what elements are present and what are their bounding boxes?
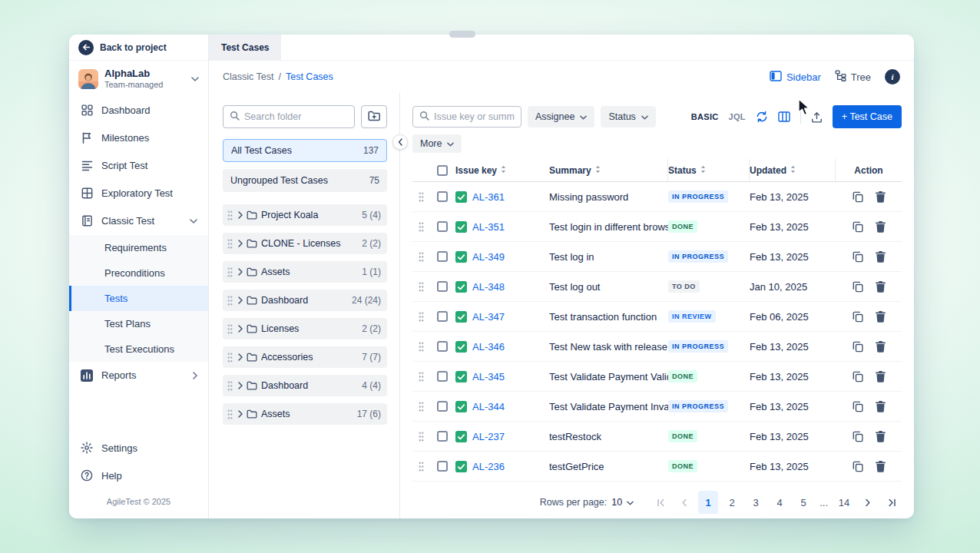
sidebar-item-dashboard[interactable]: Dashboard <box>69 97 208 124</box>
row-checkbox[interactable] <box>437 461 448 472</box>
delete-icon[interactable] <box>876 191 886 203</box>
chevron-right-icon[interactable] <box>238 353 243 361</box>
drag-handle-icon[interactable] <box>417 342 425 352</box>
collapse-panel-button[interactable] <box>392 134 408 150</box>
basic-mode-toggle[interactable]: BASIC <box>691 112 719 121</box>
folder-search-input[interactable] <box>244 111 348 122</box>
columns-button[interactable] <box>778 111 790 122</box>
row-checkbox[interactable] <box>437 281 448 292</box>
folder-row-accessories[interactable]: Accessories7 (7) <box>223 346 387 368</box>
header-status[interactable]: Status <box>668 159 750 181</box>
row-checkbox[interactable] <box>437 431 448 442</box>
tree-view-button[interactable]: Tree <box>835 70 871 84</box>
sidebar-item-milestones[interactable]: Milestones <box>69 124 208 152</box>
drag-handle-icon[interactable] <box>417 402 425 412</box>
row-checkbox[interactable] <box>437 221 448 232</box>
drag-handle-icon[interactable] <box>226 409 234 419</box>
folder-row-dashboard[interactable]: Dashboard4 (4) <box>223 375 387 396</box>
page-button-14[interactable]: 14 <box>834 491 854 514</box>
copy-icon[interactable] <box>853 401 863 412</box>
back-to-project-button[interactable]: Back to project <box>69 35 208 61</box>
copy-icon[interactable] <box>853 281 863 293</box>
status-filter-button[interactable]: Status <box>601 106 655 127</box>
folder-row-assets[interactable]: Assets17 (6) <box>223 403 387 425</box>
drag-handle-icon[interactable] <box>226 381 234 391</box>
copy-icon[interactable] <box>853 341 863 353</box>
prev-page-button[interactable] <box>674 491 694 514</box>
refresh-button[interactable] <box>756 111 768 123</box>
copy-icon[interactable] <box>853 191 863 203</box>
issue-key-link[interactable]: AL-236 <box>472 461 505 472</box>
issue-key-link[interactable]: AL-347 <box>472 311 505 323</box>
folder-row-licenses[interactable]: Licenses2 (2) <box>223 318 387 339</box>
delete-icon[interactable] <box>876 311 886 323</box>
delete-icon[interactable] <box>876 341 886 353</box>
all-test-cases-item[interactable]: All Test Cases 137 <box>223 139 387 162</box>
page-button-1[interactable]: 1 <box>698 491 718 514</box>
drag-handle-icon[interactable] <box>417 462 425 472</box>
first-page-button[interactable] <box>651 491 670 514</box>
sidebar-item-requirements[interactable]: Requirements <box>69 235 208 260</box>
drag-handle-icon[interactable] <box>226 324 234 334</box>
next-page-button[interactable] <box>858 491 878 514</box>
row-checkbox[interactable] <box>437 311 448 322</box>
sidebar-item-script-test[interactable]: Script Test <box>69 152 208 180</box>
jql-mode-toggle[interactable]: JQL <box>729 112 746 121</box>
row-checkbox[interactable] <box>437 251 448 262</box>
chevron-right-icon[interactable] <box>238 410 243 418</box>
page-button-4[interactable]: 4 <box>770 491 790 514</box>
chevron-right-icon[interactable] <box>238 240 243 247</box>
assignee-filter-button[interactable]: Assignee <box>528 106 594 127</box>
header-issue-key[interactable]: Issue key <box>455 159 549 181</box>
drag-handle-icon[interactable] <box>417 252 425 262</box>
issue-key-link[interactable]: AL-237 <box>472 431 505 442</box>
delete-icon[interactable] <box>876 461 886 472</box>
sidebar-item-tests[interactable]: Tests <box>69 286 208 311</box>
more-filters-button[interactable]: More <box>412 134 462 153</box>
drag-handle-icon[interactable] <box>226 239 234 249</box>
breadcrumb-parent[interactable]: Classic Test <box>223 71 273 82</box>
chevron-right-icon[interactable] <box>238 382 243 389</box>
issue-key-link[interactable]: AL-361 <box>472 191 505 203</box>
ungrouped-test-cases-item[interactable]: Ungrouped Test Cases 75 <box>223 169 387 192</box>
chevron-right-icon[interactable] <box>238 211 243 219</box>
copy-icon[interactable] <box>853 431 863 442</box>
copy-icon[interactable] <box>853 251 863 263</box>
issue-key-link[interactable]: AL-349 <box>472 251 505 263</box>
project-switcher[interactable]: AlphaLab Team-managed <box>69 61 208 97</box>
copy-icon[interactable] <box>853 461 863 472</box>
rows-per-page-select[interactable]: Rows per page: 10 <box>540 497 634 508</box>
delete-icon[interactable] <box>876 401 886 412</box>
folder-search[interactable] <box>223 105 355 128</box>
chevron-right-icon[interactable] <box>238 325 243 333</box>
drag-handle-icon[interactable] <box>226 210 234 220</box>
breadcrumb-current[interactable]: Test Cases <box>286 71 333 82</box>
select-all-checkbox[interactable] <box>437 165 448 176</box>
row-checkbox[interactable] <box>437 191 448 202</box>
drag-handle-icon[interactable] <box>417 222 425 232</box>
sidebar-item-classic-test[interactable]: Classic Test <box>69 207 208 235</box>
sidebar-item-reports[interactable]: Reports <box>69 362 208 389</box>
sidebar-item-help[interactable]: Help <box>69 462 208 489</box>
folder-row-assets[interactable]: Assets1 (1) <box>223 261 387 283</box>
row-checkbox[interactable] <box>437 401 448 412</box>
page-button-5[interactable]: 5 <box>793 491 813 514</box>
sidebar-item-settings[interactable]: Settings <box>69 434 208 462</box>
delete-icon[interactable] <box>876 431 886 442</box>
drag-handle-icon[interactable] <box>417 192 425 202</box>
folder-row-clone-licenses[interactable]: CLONE - Licenses2 (2) <box>223 233 387 254</box>
export-button[interactable] <box>811 111 823 123</box>
add-folder-button[interactable] <box>361 105 387 128</box>
copy-icon[interactable] <box>853 371 863 382</box>
drag-handle-icon[interactable] <box>417 372 425 382</box>
sidebar-item-test-plans[interactable]: Test Plans <box>69 311 208 336</box>
issue-key-link[interactable]: AL-345 <box>472 371 505 382</box>
copy-icon[interactable] <box>853 221 863 233</box>
delete-icon[interactable] <box>876 221 886 233</box>
folder-row-project-koala[interactable]: Project Koala5 (4) <box>223 204 387 226</box>
issue-key-link[interactable]: AL-344 <box>472 401 505 412</box>
drag-handle-icon[interactable] <box>417 312 425 322</box>
drag-handle-icon[interactable] <box>226 296 234 306</box>
drag-handle-icon[interactable] <box>226 353 234 363</box>
folder-row-dashboard[interactable]: Dashboard24 (24) <box>223 290 387 311</box>
